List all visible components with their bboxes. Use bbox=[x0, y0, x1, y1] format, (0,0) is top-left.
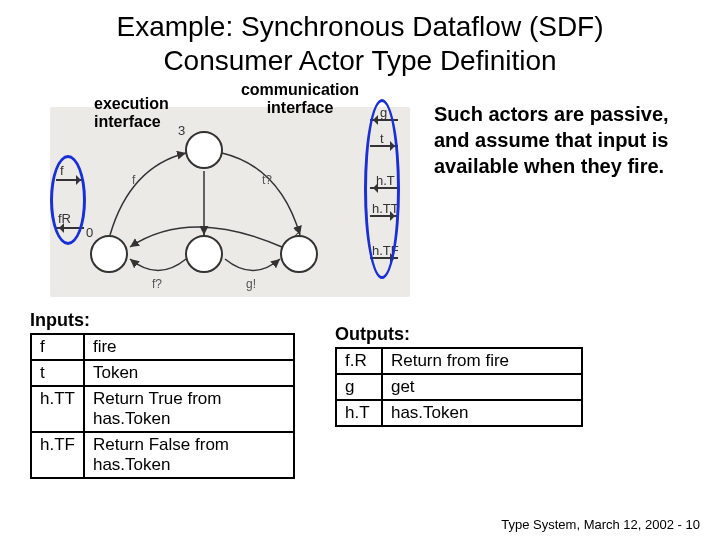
table-row: f.RReturn from fire bbox=[336, 348, 582, 374]
outputs-block: Outputs: f.RReturn from fire gget h.Thas… bbox=[335, 310, 583, 427]
diagram: 0 1 2 3 f t? f? g! f fR g bbox=[40, 87, 420, 302]
table-row: tToken bbox=[31, 360, 294, 386]
label-communication-interface: communication interface bbox=[230, 81, 370, 116]
edge-label-fq: f? bbox=[152, 277, 162, 291]
inputs-k3: h.TF bbox=[31, 432, 84, 478]
inputs-block: Inputs: ffire tToken h.TTReturn True fro… bbox=[30, 310, 295, 479]
inputs-k1: t bbox=[31, 360, 84, 386]
table-row: h.Thas.Token bbox=[336, 400, 582, 426]
node-label-1: 1 bbox=[200, 225, 207, 240]
table-row: gget bbox=[336, 374, 582, 400]
table-row: ffire bbox=[31, 334, 294, 360]
state-node-0 bbox=[90, 235, 128, 273]
table-row: h.TFReturn False from has.Token bbox=[31, 432, 294, 478]
page-title: Example: Synchronous Dataflow (SDF) Cons… bbox=[0, 0, 720, 83]
label-execution-text: execution interface bbox=[94, 95, 169, 130]
edge-label-tq: t? bbox=[262, 173, 272, 187]
outputs-title: Outputs: bbox=[335, 324, 583, 345]
explain-text: Such actors are passive, and assume that… bbox=[434, 87, 684, 302]
node-label-0: 0 bbox=[86, 225, 93, 240]
execution-interface-ellipse bbox=[50, 155, 86, 245]
state-node-3 bbox=[185, 131, 223, 169]
inputs-v3: Return False from has.Token bbox=[84, 432, 294, 478]
inputs-title: Inputs: bbox=[30, 310, 295, 331]
state-node-1 bbox=[185, 235, 223, 273]
label-execution-interface: execution interface bbox=[94, 95, 194, 130]
edge-label-gex: g! bbox=[246, 277, 256, 291]
inputs-v0: fire bbox=[84, 334, 294, 360]
inputs-k2: h.TT bbox=[31, 386, 84, 432]
outputs-k1: g bbox=[336, 374, 382, 400]
lower-row: Inputs: ffire tToken h.TTReturn True fro… bbox=[0, 302, 720, 479]
state-node-2 bbox=[280, 235, 318, 273]
outputs-table: f.RReturn from fire gget h.Thas.Token bbox=[335, 347, 583, 427]
communication-interface-ellipse bbox=[364, 99, 400, 279]
inputs-v2: Return True from has.Token bbox=[84, 386, 294, 432]
upper-row: 0 1 2 3 f t? f? g! f fR g bbox=[0, 83, 720, 302]
table-row: h.TTReturn True from has.Token bbox=[31, 386, 294, 432]
outputs-v2: has.Token bbox=[382, 400, 582, 426]
outputs-k2: h.T bbox=[336, 400, 382, 426]
outputs-k0: f.R bbox=[336, 348, 382, 374]
title-line2: Consumer Actor Type Definition bbox=[163, 45, 556, 76]
inputs-v1: Token bbox=[84, 360, 294, 386]
outputs-v0: Return from fire bbox=[382, 348, 582, 374]
footer-text: Type System, March 12, 2002 - 10 bbox=[501, 517, 700, 532]
inputs-k0: f bbox=[31, 334, 84, 360]
title-line1: Example: Synchronous Dataflow (SDF) bbox=[116, 11, 603, 42]
inputs-table: ffire tToken h.TTReturn True from has.To… bbox=[30, 333, 295, 479]
node-label-2: 2 bbox=[294, 225, 301, 240]
outputs-v1: get bbox=[382, 374, 582, 400]
label-communication-text: communication interface bbox=[241, 81, 359, 116]
edge-label-f: f bbox=[132, 173, 135, 187]
